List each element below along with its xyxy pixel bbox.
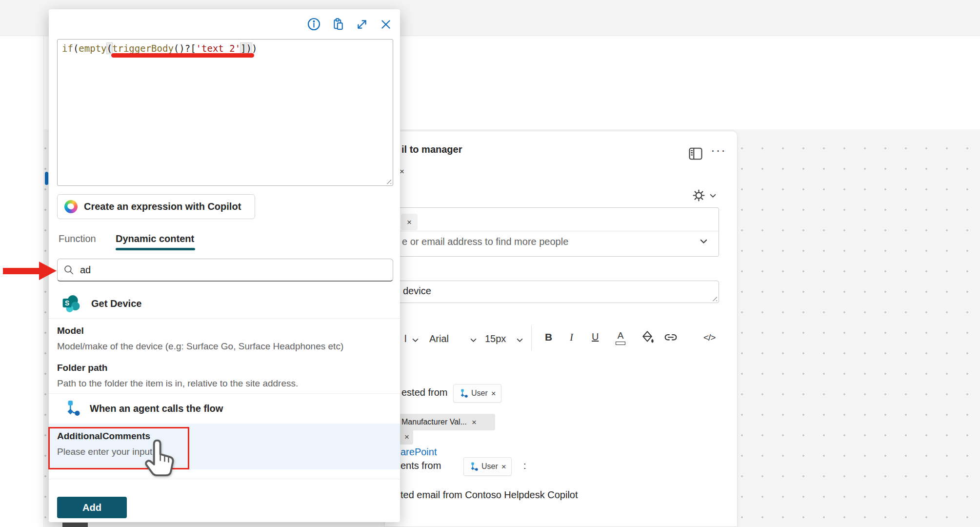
hand-cursor	[141, 436, 178, 484]
field-divider	[399, 231, 719, 231]
chevron-down-icon[interactable]	[517, 338, 523, 343]
body-line2-colon: :	[523, 460, 526, 471]
left-rail	[0, 36, 44, 527]
copilot-logo-icon	[64, 200, 78, 213]
dynamic-item-folderpath-title[interactable]: Folder path	[57, 363, 107, 373]
action-config-panel: il to manager ··· × × e or email address…	[384, 131, 738, 527]
chip-close-icon[interactable]: ×	[491, 389, 496, 398]
expand-icon[interactable]	[354, 17, 369, 32]
hidden-chip-close-icon[interactable]: ×	[400, 167, 404, 176]
group-label: Get Device	[91, 298, 141, 309]
font-color-button[interactable]: A	[616, 330, 625, 345]
user-chip-label: User	[471, 389, 488, 398]
more-options-icon[interactable]: ···	[711, 148, 726, 153]
people-search-placeholder[interactable]: e or email address to find more people	[402, 236, 568, 247]
tab-function[interactable]: Function	[59, 233, 96, 244]
highlight-bucket-icon[interactable]	[640, 329, 655, 344]
advanced-settings-gear-icon[interactable]	[692, 189, 705, 202]
group-label: When an agent calls the flow	[90, 403, 223, 414]
dynamic-content-search[interactable]	[57, 259, 393, 282]
active-tab-indicator	[116, 248, 195, 250]
dynamic-item-folderpath-desc: Path to the folder the item is in, relat…	[57, 378, 298, 389]
font-color-bar	[616, 342, 625, 345]
sp-icon-letter: S	[65, 300, 69, 307]
style-dropdown-fragment[interactable]: l	[404, 333, 406, 345]
expression-text: if(empty(triggerBody()?['text_2']))	[62, 43, 257, 54]
recipient-chip[interactable]: ×	[401, 214, 418, 230]
dynamic-item-model-desc: Model/make of the device (e.g: Surface G…	[57, 341, 343, 352]
chevron-down-icon[interactable]	[700, 239, 707, 244]
list-divider	[49, 393, 400, 394]
chevron-down-icon[interactable]	[412, 338, 419, 343]
font-size-dropdown[interactable]: 15px	[485, 333, 506, 345]
code-view-button[interactable]: </>	[703, 332, 715, 343]
user-token-chip[interactable]: User ×	[463, 457, 512, 476]
manufacturer-token-chip[interactable]: Manufacturer Val... ×	[385, 414, 495, 430]
chevron-down-icon[interactable]	[470, 338, 477, 343]
agent-flow-icon	[469, 462, 478, 471]
side-panel-icon[interactable]	[688, 147, 703, 161]
group-header-get-device[interactable]: S Get Device	[62, 294, 141, 313]
scroll-accent-bar[interactable]	[45, 172, 48, 185]
subject-field[interactable]: device	[399, 281, 719, 303]
font-color-a: A	[616, 330, 625, 341]
list-divider	[49, 479, 400, 479]
list-divider	[49, 318, 400, 319]
agent-flow-icon	[63, 400, 80, 417]
body-line1-fragment: ested from	[401, 387, 447, 398]
body-line3-fragment: ted email from Contoso Helpdesk Copilot	[400, 489, 578, 501]
chip-close-icon[interactable]: ×	[404, 433, 409, 441]
italic-button[interactable]: I	[570, 331, 573, 344]
user-token-chip[interactable]: User ×	[453, 384, 501, 403]
close-icon[interactable]	[378, 17, 393, 32]
panel-title-fragment: il to manager	[401, 144, 462, 155]
annotation-red-underline	[111, 53, 254, 58]
search-input[interactable]	[80, 264, 373, 276]
copy-icon[interactable]	[330, 17, 345, 32]
create-expression-copilot-button[interactable]: Create an expression with Copilot	[57, 194, 255, 219]
annotation-red-arrow-head	[39, 262, 57, 280]
group-header-agent-flow[interactable]: When an agent calls the flow	[63, 400, 223, 417]
link-icon[interactable]	[663, 330, 679, 344]
chevron-down-icon[interactable]	[710, 194, 716, 198]
format-divider	[531, 325, 532, 351]
to-people-field[interactable]: × e or email address to find more people	[399, 207, 719, 257]
search-icon	[63, 264, 74, 275]
expression-input[interactable]: if(empty(triggerBody()?['text_2']))	[57, 39, 393, 186]
resize-handle[interactable]	[385, 178, 391, 184]
add-button[interactable]: Add	[57, 497, 127, 518]
screen: Environment dev-cs-academy ? E alytics C…	[0, 0, 980, 527]
sharepoint-connector-icon: S	[62, 294, 80, 313]
user-chip-label: User	[481, 462, 498, 471]
copilot-expression-label: Create an expression with Copilot	[84, 201, 241, 212]
chip-close-icon[interactable]: ×	[472, 418, 477, 426]
bold-button[interactable]: B	[545, 331, 552, 343]
manufacturer-chip-label: Manufacturer Val...	[401, 418, 467, 426]
subject-value-fragment: device	[403, 285, 431, 297]
taskbar-fragment	[62, 523, 88, 527]
body-line2-fragment: ents from	[400, 460, 441, 471]
underline-button[interactable]: U	[592, 331, 599, 343]
tab-dynamic-content[interactable]: Dynamic content	[116, 233, 194, 244]
chip-close-icon[interactable]: ×	[501, 463, 506, 471]
annotation-red-arrow	[3, 268, 40, 274]
chip-close-icon[interactable]: ×	[407, 218, 412, 226]
dynamic-item-model-title[interactable]: Model	[57, 325, 84, 336]
agent-flow-icon	[459, 389, 468, 398]
resize-handle[interactable]	[711, 295, 717, 301]
sharepoint-link-fragment[interactable]: arePoint	[400, 446, 437, 458]
font-family-dropdown[interactable]: Arial	[429, 333, 449, 345]
info-icon[interactable]	[306, 17, 321, 32]
